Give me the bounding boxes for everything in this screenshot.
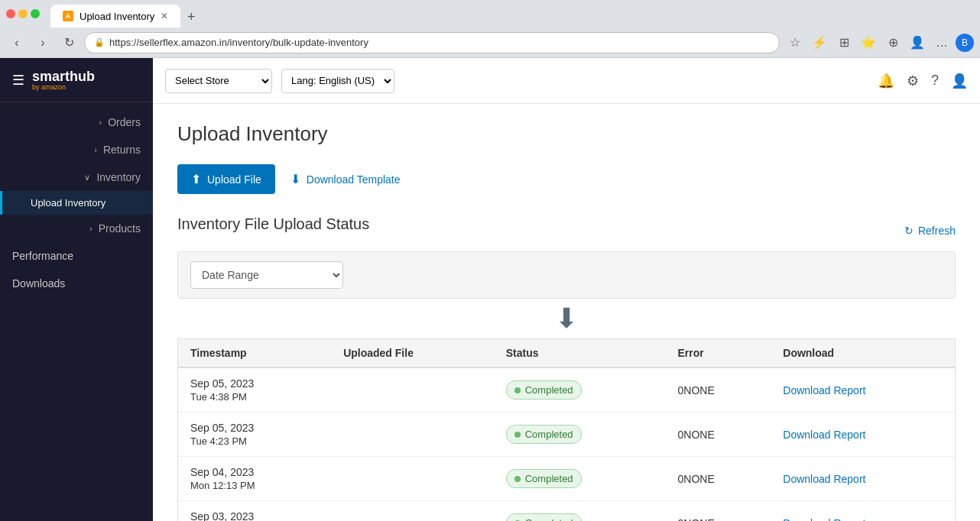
window-min-btn[interactable] (18, 9, 28, 18)
star-btn[interactable]: ☆ (784, 32, 806, 53)
url-text: https://sellerflex.amazon.in/inventory/b… (109, 37, 368, 48)
sidebar-nav: › Orders › Returns ∨ Inventory Upload In… (0, 102, 153, 521)
col-header-file: Uploaded File (331, 339, 494, 367)
timestamp-date-0: Sep 05, 2023 (190, 377, 319, 390)
window-max-btn[interactable] (31, 9, 40, 18)
tab-label: Upload Inventory (80, 11, 154, 22)
app-layout: ☰ smarthub by amazon › Orders › Returns … (0, 58, 980, 521)
browser-toolbar-icons: ☆ ⚡ ⊞ ⭐ ⊕ 👤 … B (784, 32, 974, 53)
cell-file-3 (331, 501, 494, 522)
col-header-timestamp: Timestamp (178, 339, 331, 367)
sidebar-item-products[interactable]: › Products (0, 215, 153, 242)
sidebar-item-returns-label: Returns (103, 144, 141, 156)
logo-text: smarthub (32, 69, 95, 85)
more-btn[interactable]: … (931, 32, 952, 53)
active-tab[interactable]: A Upload Inventory ✕ (50, 5, 180, 28)
timestamp-time-0: Tue 4:38 PM (190, 391, 319, 403)
download-template-button[interactable]: ⬇ Download Template (290, 172, 401, 186)
sidebar: ☰ smarthub by amazon › Orders › Returns … (0, 58, 153, 521)
cell-download-0: Download Report (771, 367, 955, 413)
back-btn[interactable]: ‹ (6, 32, 28, 53)
sidebar-item-orders[interactable]: › Orders (0, 108, 153, 136)
split-view-btn[interactable]: ⊞ (833, 32, 855, 53)
settings-icon[interactable]: ⚙ (907, 73, 919, 89)
extension-btn[interactable]: ⚡ (809, 32, 830, 53)
cell-status-0: Completed (494, 367, 666, 413)
cell-file-1 (331, 413, 494, 457)
bing-btn[interactable]: B (956, 34, 974, 52)
topbar-right: 🔔 ⚙ ? 👤 (878, 73, 968, 89)
store-selector[interactable]: Select Store (165, 69, 272, 93)
sidebar-item-inventory[interactable]: ∨ Inventory (0, 163, 153, 191)
cell-status-3: Completed (494, 501, 666, 522)
timestamp-date-1: Sep 05, 2023 (190, 422, 319, 434)
collection-btn[interactable]: ⊕ (882, 32, 904, 53)
cell-status-1: Completed (494, 413, 666, 457)
window-close-btn[interactable] (6, 9, 15, 18)
sort-down-icon: ⬇ (555, 305, 578, 332)
table-header-row: Timestamp Uploaded File Status Error Dow… (178, 339, 955, 367)
error-text-2: 0NONE (677, 473, 714, 485)
cell-file-2 (331, 457, 494, 501)
language-selector[interactable]: Lang: English (US) (281, 69, 394, 93)
sidebar-item-performance-label: Performance (12, 250, 73, 262)
download-icon: ⬇ (290, 172, 300, 186)
col-header-status: Status (494, 339, 666, 367)
help-icon[interactable]: ? (931, 73, 939, 89)
tab-close-btn[interactable]: ✕ (161, 11, 168, 21)
profile-btn[interactable]: 👤 (907, 32, 928, 53)
refresh-label: Refresh (918, 225, 956, 237)
status-dot-0 (514, 387, 521, 393)
status-text-1: Completed (525, 429, 573, 440)
status-text-2: Completed (525, 473, 573, 484)
cell-file-0 (331, 367, 494, 413)
notification-icon[interactable]: 🔔 (878, 73, 894, 89)
date-range-selector[interactable]: Date Range (190, 261, 343, 289)
status-badge-0: Completed (506, 380, 582, 400)
cell-download-1: Download Report (771, 413, 955, 457)
sidebar-item-orders-label: Orders (108, 116, 141, 128)
user-icon[interactable]: 👤 (951, 73, 968, 89)
chevron-right-icon: › (99, 118, 102, 127)
table-row: Sep 05, 2023 Tue 4:38 PM Completed 0NONE… (178, 367, 955, 413)
forward-btn[interactable]: › (32, 32, 54, 53)
chevron-down-icon: ∨ (84, 173, 90, 183)
section-header: Inventory File Upload Status ↻ Refresh (177, 215, 956, 245)
col-header-error: Error (665, 339, 771, 367)
cell-error-1: 0NONE (665, 413, 771, 457)
action-row: ⬆ Upload File ⬇ Download Template (177, 164, 956, 194)
download-report-link-0[interactable]: Download Report (783, 384, 865, 396)
sort-area: ⬇ (177, 299, 956, 338)
status-text-0: Completed (525, 384, 573, 396)
bookmark-btn[interactable]: ⭐ (858, 32, 879, 53)
new-tab-btn[interactable]: + (180, 6, 202, 28)
refresh-browser-btn[interactable]: ↻ (58, 32, 80, 53)
status-badge-3: Completed (506, 513, 582, 521)
topbar: Select Store Lang: English (US) 🔔 ⚙ ? 👤 (153, 58, 980, 104)
sidebar-item-performance[interactable]: Performance (0, 242, 153, 270)
hamburger-icon[interactable]: ☰ (12, 72, 24, 89)
error-text-3: 0NONE (677, 517, 714, 522)
logo-area: smarthub by amazon (32, 69, 95, 91)
main-content: Upload Inventory ⬆ Upload File ⬇ Downloa… (153, 104, 980, 521)
cell-error-0: 0NONE (665, 367, 771, 413)
inventory-table: Timestamp Uploaded File Status Error Dow… (178, 339, 955, 521)
upload-file-button[interactable]: ⬆ Upload File (177, 164, 275, 194)
table-row: Sep 03, 2023 Sun 12:23 PM Completed 0NON… (178, 501, 955, 522)
status-text-3: Completed (525, 517, 573, 521)
address-bar[interactable]: 🔒 https://sellerflex.amazon.in/inventory… (84, 32, 780, 53)
sidebar-item-upload-inventory[interactable]: Upload Inventory (0, 191, 153, 215)
download-report-link-3[interactable]: Download Report (783, 517, 865, 522)
download-template-label: Download Template (307, 173, 401, 186)
chevron-right-icon: › (94, 145, 97, 154)
sidebar-item-downloads[interactable]: Downloads (0, 270, 153, 297)
timestamp-time-1: Tue 4:23 PM (190, 435, 319, 447)
refresh-button[interactable]: ↻ Refresh (904, 225, 956, 237)
cell-error-2: 0NONE (665, 457, 771, 501)
browser-tabs: A Upload Inventory ✕ + (50, 0, 202, 28)
sidebar-item-returns[interactable]: › Returns (0, 136, 153, 163)
cell-error-3: 0NONE (665, 501, 771, 522)
download-report-link-2[interactable]: Download Report (783, 473, 865, 485)
download-report-link-1[interactable]: Download Report (783, 429, 865, 441)
table-row: Sep 04, 2023 Mon 12:13 PM Completed 0NON… (178, 457, 955, 501)
